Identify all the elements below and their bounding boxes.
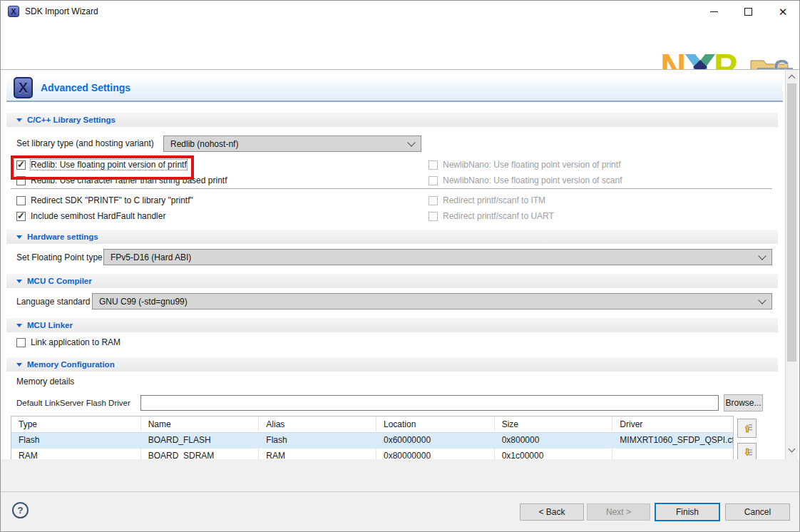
column-header-driver[interactable]: Driver (612, 416, 733, 433)
collapse-triangle-icon (16, 324, 22, 327)
back-button[interactable]: < Back (520, 503, 584, 521)
scroll-down-icon[interactable] (789, 446, 796, 453)
window-title: SDK Import Wizard (25, 1, 98, 22)
floating-point-dropdown[interactable]: FPv5-D16 (Hard ABI) (103, 249, 772, 265)
checkbox-row-semihost-hardfault[interactable]: Include semihost HardFault handler (16, 210, 165, 222)
move-down-icon (741, 446, 753, 459)
minimize-icon (710, 11, 718, 12)
checkbox-row-newlibnano-printf: NewlibNano: Use floating point version o… (429, 159, 620, 170)
title-bar: X SDK Import Wizard ✕ (1, 1, 799, 22)
library-type-label: Set library type (and hosting variant) (16, 138, 154, 148)
redlib-char-printf-checkbox[interactable] (16, 176, 26, 185)
checkbox-row-newlibnano-scanf: NewlibNano: Use floating point version o… (429, 175, 622, 186)
app-icon: X (8, 6, 19, 17)
table-row-ram[interactable]: RAM BOARD_SDRAM RAM 0x80000000 0x1c00000 (11, 449, 733, 459)
banner: N P C (1, 22, 799, 69)
column-header-location[interactable]: Location (376, 416, 495, 433)
memory-table: Type Name Alias Location Size Driver Fla… (11, 416, 734, 459)
library-type-dropdown[interactable]: Redlib (nohost-nf) (163, 135, 421, 152)
flash-driver-label: Default LinkServer Flash Driver (16, 399, 130, 407)
section-hardware-settings[interactable]: Hardware settings (6, 230, 778, 244)
move-row-up-button[interactable] (737, 419, 757, 438)
newlibnano-scanf-label: NewlibNano: Use floating point version o… (443, 175, 622, 185)
checkbox-row-redirect-itm: Redirect printf/scanf to ITM (429, 195, 545, 206)
redirect-uart-label: Redirect printf/scanf to UART (443, 211, 554, 221)
checkbox-row-redirect-uart: Redirect printf/scanf to UART (429, 210, 554, 222)
section-mcu-c-compiler[interactable]: MCU C Compiler (6, 274, 778, 288)
redirect-itm-label: Redirect printf/scanf to ITM (443, 195, 545, 205)
section-library-settings[interactable]: C/C++ Library Settings (6, 113, 778, 127)
footer-bar: ? < Back Next > Finish Cancel (1, 459, 800, 532)
next-button: Next > (587, 503, 650, 521)
redirect-sdk-printf-label: Redirect SDK "PRINTF" to C library "prin… (31, 195, 193, 205)
maximize-icon (744, 8, 752, 16)
browse-button[interactable]: Browse... (724, 394, 763, 411)
close-icon: ✕ (779, 6, 788, 17)
move-row-down-button[interactable] (737, 443, 757, 459)
page-title: Advanced Settings (41, 82, 130, 93)
footer-divider (1, 491, 800, 492)
column-header-type[interactable]: Type (11, 416, 141, 433)
newlibnano-scanf-checkbox (429, 176, 438, 185)
chevron-down-icon (758, 296, 766, 304)
move-up-icon (741, 422, 753, 434)
redirect-itm-checkbox (429, 196, 438, 205)
semihost-hardfault-checkbox[interactable] (16, 212, 26, 221)
column-header-alias[interactable]: Alias (259, 416, 376, 433)
finish-button[interactable]: Finish (655, 503, 720, 521)
collapse-triangle-icon (16, 118, 22, 122)
close-button[interactable]: ✕ (767, 1, 799, 22)
checkbox-row-link-to-ram[interactable]: Link application to RAM (16, 337, 120, 348)
column-header-size[interactable]: Size (495, 416, 613, 433)
chevron-down-icon (407, 138, 415, 146)
scrollbar-thumb[interactable] (787, 83, 796, 362)
redirect-uart-checkbox (429, 212, 438, 221)
advanced-settings-header: X Advanced Settings (6, 75, 783, 102)
maximize-button[interactable] (732, 1, 764, 22)
collapse-triangle-icon (16, 280, 22, 283)
section-memory-configuration[interactable]: Memory Configuration (6, 357, 778, 372)
link-to-ram-label: Link application to RAM (31, 337, 120, 347)
checkbox-row-redlib-char-printf[interactable]: Redlib: Use character rather than string… (16, 175, 227, 186)
column-header-name[interactable]: Name (141, 416, 260, 433)
table-row-flash[interactable]: Flash BOARD_FLASH Flash 0x60000000 0x800… (11, 433, 733, 449)
wizard-content: X Advanced Settings C/C++ Library Settin… (1, 69, 800, 459)
minimize-button[interactable] (698, 1, 729, 22)
floating-point-label: Set Floating Point type (16, 252, 103, 262)
memory-table-header[interactable]: Type Name Alias Location Size Driver (11, 416, 733, 433)
redlib-float-printf-label: Redlib: Use floating point version of pr… (31, 160, 187, 170)
scroll-up-icon[interactable] (789, 75, 796, 82)
mcuxpresso-icon: X (14, 77, 33, 98)
cancel-button[interactable]: Cancel (725, 503, 790, 521)
link-to-ram-checkbox[interactable] (16, 338, 26, 347)
redlib-float-printf-checkbox[interactable] (16, 160, 26, 170)
newlibnano-printf-checkbox (429, 160, 438, 170)
flash-driver-input[interactable] (140, 395, 719, 411)
memory-details-label: Memory details (16, 377, 74, 387)
sdk-import-wizard-window: X SDK Import Wizard ✕ N P C X Advanced S… (0, 0, 800, 532)
section-mcu-linker[interactable]: MCU Linker (6, 318, 778, 332)
collapse-triangle-icon (16, 235, 22, 239)
language-standard-dropdown[interactable]: GNU C99 (-std=gnu99) (92, 293, 772, 310)
help-button[interactable]: ? (12, 502, 29, 518)
redirect-sdk-printf-checkbox[interactable] (16, 196, 26, 205)
checkbox-group-divider (11, 188, 772, 189)
semihost-hardfault-label: Include semihost HardFault handler (31, 211, 165, 221)
checkbox-row-redirect-sdk-printf[interactable]: Redirect SDK "PRINTF" to C library "prin… (16, 195, 193, 206)
vertical-scrollbar[interactable] (785, 70, 798, 459)
language-standard-label: Language standard (16, 297, 90, 307)
redlib-char-printf-label: Redlib: Use character rather than string… (31, 175, 227, 185)
checkbox-row-redlib-float-printf[interactable]: Redlib: Use floating point version of pr… (16, 159, 187, 170)
collapse-triangle-icon (16, 363, 22, 367)
chevron-down-icon (758, 252, 766, 260)
newlibnano-printf-label: NewlibNano: Use floating point version o… (443, 160, 620, 170)
